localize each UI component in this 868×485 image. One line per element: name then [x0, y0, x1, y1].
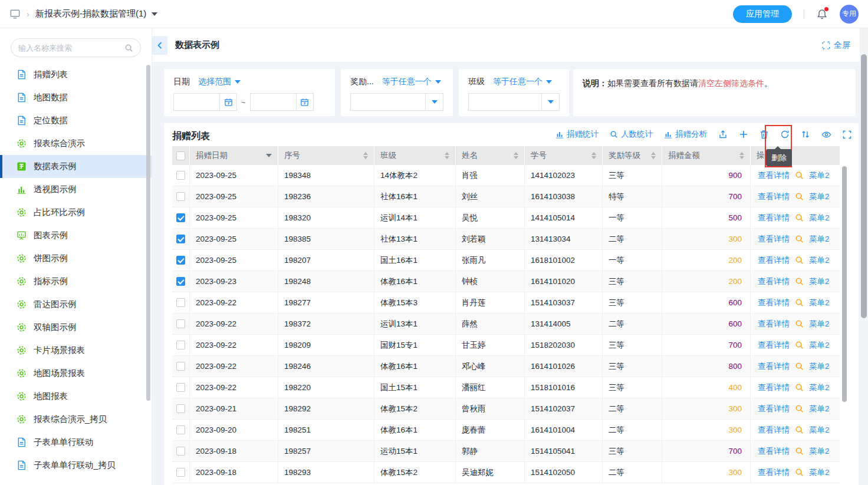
sidebar-item-9[interactable]: 饼图示例	[0, 247, 152, 270]
sidebar-item-13[interactable]: 卡片场景报表	[0, 339, 152, 362]
title-dropdown-caret-icon[interactable]	[152, 12, 157, 16]
view-detail-link[interactable]: 查看详情	[758, 170, 790, 181]
sidebar-item-7[interactable]: 占比环比示例	[0, 201, 152, 224]
view-detail-link[interactable]: 查看详情	[758, 276, 790, 287]
sort-icon[interactable]	[801, 130, 810, 139]
menu2-link[interactable]: 菜单2	[809, 276, 830, 287]
class-select[interactable]	[468, 93, 560, 111]
sidebar-item-2[interactable]: 地图数据	[0, 86, 152, 109]
calendar-icon[interactable]	[219, 93, 237, 111]
row-checkbox[interactable]	[176, 171, 185, 180]
row-checkbox[interactable]	[176, 192, 185, 201]
column-header-7[interactable]: 捐赠金额	[662, 146, 751, 165]
menu2-link[interactable]: 菜单2	[809, 213, 830, 223]
app-window-icon[interactable]	[9, 8, 21, 19]
row-checkbox[interactable]	[176, 213, 185, 222]
menu2-link[interactable]: 菜单2	[809, 404, 830, 414]
sidebar-item-5[interactable]: 数据表示例	[0, 155, 152, 178]
page-scrollbar[interactable]	[861, 54, 867, 318]
sidebar-item-11[interactable]: 雷达图示例	[0, 293, 152, 316]
row-search-icon[interactable]	[795, 235, 804, 243]
view-detail-link[interactable]: 查看详情	[758, 298, 790, 308]
view-detail-link[interactable]: 查看详情	[758, 382, 790, 393]
app-manage-button[interactable]: 应用管理	[733, 5, 792, 23]
row-search-icon[interactable]	[795, 383, 804, 392]
delete-icon[interactable]	[760, 130, 769, 139]
row-checkbox[interactable]	[176, 447, 185, 456]
row-search-icon[interactable]	[795, 447, 804, 456]
reward-select[interactable]	[350, 93, 443, 111]
column-header-6[interactable]: 奖励等级	[603, 146, 662, 165]
menu2-link[interactable]: 菜单2	[809, 319, 830, 329]
view-detail-link[interactable]: 查看详情	[758, 340, 790, 351]
menu2-link[interactable]: 菜单2	[809, 170, 830, 181]
people-stats-button[interactable]: 人数统计	[610, 129, 653, 140]
row-search-icon[interactable]	[795, 213, 804, 222]
back-button[interactable]	[152, 36, 167, 55]
view-detail-link[interactable]: 查看详情	[758, 213, 790, 223]
sidebar-item-10[interactable]: 指标示例	[0, 270, 152, 293]
row-checkbox[interactable]	[176, 256, 185, 265]
sidebar-item-12[interactable]: 双轴图示例	[0, 316, 152, 339]
menu2-link[interactable]: 菜单2	[809, 425, 830, 435]
search-input[interactable]	[18, 44, 124, 52]
sidebar-item-1[interactable]: 捐赠列表	[0, 63, 152, 86]
row-search-icon[interactable]	[795, 171, 804, 180]
clear-filters-link[interactable]: 清空左侧筛选条件	[698, 78, 764, 88]
row-search-icon[interactable]	[795, 341, 804, 349]
donation-stats-button[interactable]: 捐赠统计	[555, 129, 599, 140]
menu2-link[interactable]: 菜单2	[809, 361, 830, 372]
column-header-1[interactable]: 捐赠日期	[190, 146, 278, 165]
view-detail-link[interactable]: 查看详情	[758, 255, 790, 266]
sidebar-item-3[interactable]: 定位数据	[0, 109, 152, 132]
menu2-link[interactable]: 菜单2	[809, 467, 830, 478]
table-fullscreen-icon[interactable]	[843, 130, 851, 139]
row-search-icon[interactable]	[795, 256, 804, 265]
view-detail-link[interactable]: 查看详情	[758, 234, 790, 245]
column-header-3[interactable]: 班级	[374, 146, 456, 165]
date-start-input[interactable]	[173, 93, 219, 111]
sort-carets-icon[interactable]	[445, 152, 449, 159]
workspace-title[interactable]: 新报表示例-捐款数据管理(1)	[35, 8, 146, 19]
sidebar-item-15[interactable]: 地图报表	[0, 385, 152, 408]
donation-analysis-button[interactable]: 捐赠分析	[664, 129, 707, 140]
select-all-checkbox[interactable]	[176, 151, 185, 160]
row-search-icon[interactable]	[795, 425, 804, 434]
menu2-link[interactable]: 菜单2	[809, 255, 830, 266]
row-checkbox[interactable]	[176, 383, 185, 392]
filter-triangle-icon[interactable]	[266, 154, 272, 157]
menu2-link[interactable]: 菜单2	[809, 298, 830, 308]
row-checkbox[interactable]	[176, 404, 185, 413]
row-checkbox[interactable]	[176, 341, 185, 349]
calendar-icon[interactable]	[296, 93, 314, 111]
export-icon[interactable]	[718, 130, 728, 139]
column-header-2[interactable]: 序号	[278, 146, 374, 165]
view-detail-link[interactable]: 查看详情	[758, 319, 790, 329]
row-search-icon[interactable]	[795, 298, 804, 307]
notification-bell-icon[interactable]	[816, 8, 828, 20]
row-checkbox[interactable]	[176, 319, 185, 328]
date-operator-dropdown[interactable]: 选择范围	[198, 77, 241, 87]
eye-icon[interactable]	[821, 130, 831, 140]
sidebar-item-16[interactable]: 报表综合演示_拷贝	[0, 408, 152, 431]
add-icon[interactable]	[739, 130, 748, 139]
sidebar-item-17[interactable]: 子表单单行联动	[0, 431, 152, 454]
row-search-icon[interactable]	[795, 319, 804, 328]
sidebar-item-4[interactable]: 报表综合演示	[0, 132, 152, 155]
view-detail-link[interactable]: 查看详情	[758, 446, 790, 457]
column-header-4[interactable]: 姓名	[456, 146, 525, 165]
row-checkbox[interactable]	[176, 235, 185, 243]
menu2-link[interactable]: 菜单2	[809, 234, 830, 245]
sort-carets-icon[interactable]	[514, 152, 518, 159]
search-icon[interactable]	[124, 44, 133, 52]
row-checkbox[interactable]	[176, 425, 185, 434]
sort-carets-icon[interactable]	[651, 152, 656, 159]
view-detail-link[interactable]: 查看详情	[758, 192, 790, 202]
column-header-5[interactable]: 学号	[525, 146, 603, 165]
row-checkbox[interactable]	[176, 362, 185, 371]
menu2-link[interactable]: 菜单2	[809, 382, 830, 393]
row-search-icon[interactable]	[795, 277, 804, 286]
sidebar-item-18[interactable]: 子表单单行联动_拷贝	[0, 454, 152, 477]
row-search-icon[interactable]	[795, 404, 804, 413]
sidebar-item-6[interactable]: 透视图示例	[0, 178, 152, 201]
